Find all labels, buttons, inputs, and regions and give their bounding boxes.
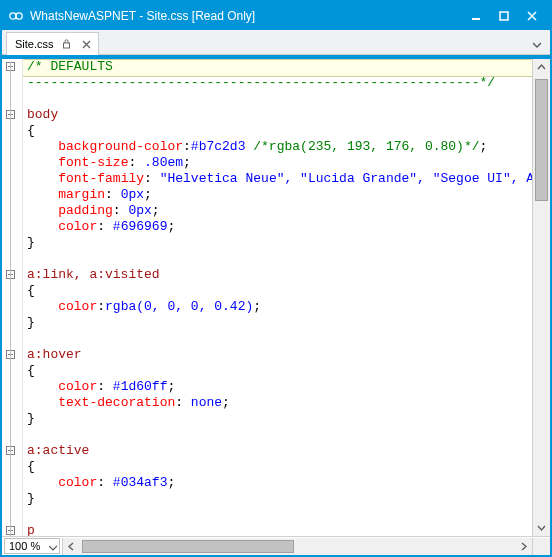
code-line[interactable]: padding: 0px; — [27, 203, 532, 219]
status-row: 100 % — [2, 536, 550, 555]
code-line[interactable]: color: #696969; — [27, 219, 532, 235]
chevron-down-icon — [49, 542, 57, 554]
code-line[interactable]: } — [27, 235, 532, 251]
code-line[interactable]: color: #034af3; — [27, 475, 532, 491]
maximize-button[interactable] — [490, 6, 518, 26]
code-line[interactable]: } — [27, 315, 532, 331]
code-line[interactable]: text-decoration: none; — [27, 395, 532, 411]
zoom-value: 100 % — [9, 540, 40, 552]
code-line[interactable]: a:active — [27, 443, 532, 459]
code-line[interactable] — [27, 507, 532, 523]
code-line[interactable]: } — [27, 491, 532, 507]
code-line[interactable]: { — [27, 459, 532, 475]
code-line[interactable] — [27, 91, 532, 107]
code-line[interactable]: background-color:#b7c2d3 /*rgba(235, 193… — [27, 139, 532, 155]
code-line[interactable]: color:rgba(0, 0, 0, 0.42); — [27, 299, 532, 315]
lock-icon — [60, 37, 74, 51]
code-line[interactable]: { — [27, 123, 532, 139]
svg-rect-2 — [472, 18, 480, 20]
code-line[interactable] — [27, 331, 532, 347]
code-line[interactable]: font-family: "Helvetica Neue", "Lucida G… — [27, 171, 532, 187]
svg-rect-4 — [64, 43, 70, 48]
window-title: WhatsNewASPNET - Site.css [Read Only] — [30, 9, 462, 23]
scroll-corner — [532, 538, 550, 555]
tab-site-css[interactable]: Site.css — [6, 32, 99, 55]
minimize-button[interactable] — [462, 6, 490, 26]
tab-overflow-button[interactable] — [528, 36, 546, 54]
code-line[interactable]: margin: 0px; — [27, 187, 532, 203]
horizontal-scrollbar[interactable] — [62, 538, 532, 555]
code-line[interactable]: p — [27, 523, 532, 536]
tab-close-icon[interactable] — [80, 37, 94, 51]
app-window: WhatsNewASPNET - Site.css [Read Only] Si… — [0, 0, 552, 557]
code-line[interactable] — [27, 251, 532, 267]
window-controls — [462, 6, 546, 26]
code-line[interactable]: font-size: .80em; — [27, 155, 532, 171]
fold-guide — [10, 62, 11, 536]
vertical-scrollbar[interactable] — [532, 59, 550, 536]
outlining-margin — [2, 59, 23, 536]
horizontal-scroll-thumb[interactable] — [82, 540, 294, 553]
editor[interactable]: /* DEFAULTS-----------------------------… — [2, 59, 550, 536]
code-line[interactable]: color: #1d60ff; — [27, 379, 532, 395]
vertical-scroll-thumb[interactable] — [535, 79, 548, 201]
tab-strip: Site.css — [2, 30, 550, 55]
code-text[interactable]: /* DEFAULTS-----------------------------… — [23, 59, 532, 536]
code-line[interactable]: ----------------------------------------… — [27, 75, 532, 91]
close-button[interactable] — [518, 6, 546, 26]
code-line[interactable]: a:link, a:visited — [27, 267, 532, 283]
code-line[interactable]: /* DEFAULTS — [27, 59, 532, 75]
titlebar: WhatsNewASPNET - Site.css [Read Only] — [2, 2, 550, 30]
scroll-up-button[interactable] — [533, 59, 550, 76]
scroll-left-button[interactable] — [63, 538, 80, 555]
code-line[interactable]: { — [27, 283, 532, 299]
code-line[interactable]: { — [27, 363, 532, 379]
scroll-down-button[interactable] — [533, 519, 550, 536]
code-line[interactable]: body — [27, 107, 532, 123]
code-viewport[interactable]: /* DEFAULTS-----------------------------… — [23, 59, 532, 536]
app-icon — [8, 8, 24, 24]
tab-label: Site.css — [15, 38, 54, 50]
svg-rect-3 — [500, 12, 508, 20]
zoom-dropdown[interactable]: 100 % — [4, 538, 60, 554]
scroll-right-button[interactable] — [515, 538, 532, 555]
code-line[interactable]: } — [27, 411, 532, 427]
code-line[interactable] — [27, 427, 532, 443]
code-line[interactable]: a:hover — [27, 347, 532, 363]
